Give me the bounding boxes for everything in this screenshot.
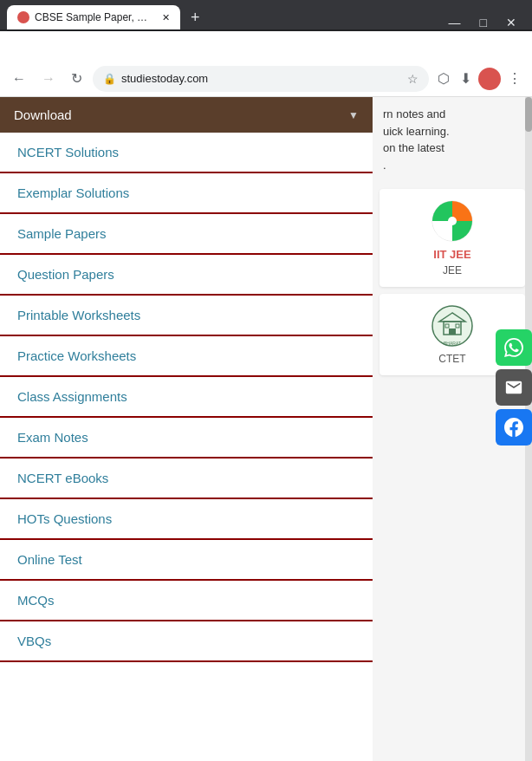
menu-item-question-papers[interactable]: Question Papers — [0, 255, 373, 296]
text-line-4: . — [383, 157, 522, 174]
tab-title: CBSE Sample Paper, Worksheet — [35, 11, 153, 23]
download-header[interactable]: Download ▼ — [0, 97, 373, 133]
jee-label: JEE — [390, 264, 515, 276]
tab-favicon — [17, 11, 29, 23]
forward-button[interactable]: → — [36, 68, 61, 90]
download-header-label: Download — [14, 107, 72, 122]
menu-item-vbqs[interactable]: VBQs — [0, 621, 373, 662]
menu-item-exemplar-solutions[interactable]: Exemplar Solutions — [0, 173, 373, 214]
text-line-3: on the latest — [383, 140, 522, 157]
svg-rect-5 — [449, 328, 456, 335]
menu-item-sample-papers[interactable]: Sample Papers — [0, 214, 373, 255]
download-header-arrow: ▼ — [348, 109, 359, 121]
new-tab-button[interactable]: + — [184, 5, 207, 29]
tab-close-button[interactable]: ✕ — [162, 12, 170, 23]
ctet-logo: BHARAT — [431, 304, 474, 348]
menu-item-class-assignments[interactable]: Class Assignments — [0, 377, 373, 418]
back-button[interactable]: ← — [7, 68, 31, 90]
menu-item-printable-worksheets[interactable]: Printable Worksheets — [0, 296, 373, 336]
security-icon: 🔒 — [103, 73, 116, 85]
menu-item-ncert-ebooks[interactable]: NCERT eBooks — [0, 459, 373, 499]
maximize-button[interactable]: □ — [471, 16, 496, 29]
menu-item-mcqs[interactable]: MCQs — [0, 581, 373, 621]
sidebar: Download ▼ NCERT Solutions Exemplar Solu… — [0, 97, 373, 761]
bookmark-icon[interactable]: ☆ — [407, 72, 418, 86]
address-bar-row: ← → ↻ 🔒 studiestoday.com ☆ ⬡ ⬇ ⋮ — [0, 61, 532, 97]
address-bar[interactable]: 🔒 studiestoday.com ☆ — [93, 66, 429, 92]
download-button[interactable]: ⬇ — [457, 67, 475, 90]
text-line-1: rn notes and — [383, 106, 522, 123]
text-snippet: rn notes and uick learning. on the lates… — [373, 97, 532, 182]
active-tab[interactable]: CBSE Sample Paper, Worksheet ✕ — [7, 5, 180, 29]
iit-jee-card[interactable]: IIT JEE JEE — [380, 189, 525, 287]
email-icon[interactable] — [496, 369, 532, 406]
floating-social-icons — [496, 329, 532, 446]
extensions-button[interactable]: ⬡ — [434, 67, 453, 90]
page-content: Download ▼ NCERT Solutions Exemplar Solu… — [0, 97, 532, 761]
close-window-button[interactable]: ✕ — [497, 16, 525, 29]
menu-item-online-test[interactable]: Online Test — [0, 540, 373, 581]
reload-button[interactable]: ↻ — [66, 67, 88, 90]
text-line-2: uick learning. — [383, 123, 522, 140]
menu-item-ncert-solutions[interactable]: NCERT Solutions — [0, 133, 373, 173]
minimize-button[interactable]: — — [440, 16, 470, 29]
iit-jee-logo — [431, 199, 474, 243]
whatsapp-icon[interactable] — [496, 329, 532, 366]
profile-avatar[interactable] — [478, 68, 501, 90]
toolbar-icons: ⬡ ⬇ ⋮ — [434, 67, 525, 90]
menu-item-practice-worksheets[interactable]: Practice Worksheets — [0, 336, 373, 377]
facebook-icon[interactable] — [496, 409, 532, 446]
scrollbar-thumb[interactable] — [525, 97, 532, 132]
menu-item-hots-questions[interactable]: HOTs Questions — [0, 499, 373, 540]
menu-item-exam-notes[interactable]: Exam Notes — [0, 418, 373, 459]
titlebar: CBSE Sample Paper, Worksheet ✕ + — □ ✕ — [0, 0, 532, 31]
svg-text:BHARAT: BHARAT — [444, 341, 461, 346]
address-text: studiestoday.com — [121, 72, 402, 85]
iit-jee-text: IIT JEE — [390, 248, 515, 261]
svg-point-1 — [448, 217, 457, 225]
menu-button[interactable]: ⋮ — [504, 67, 525, 90]
